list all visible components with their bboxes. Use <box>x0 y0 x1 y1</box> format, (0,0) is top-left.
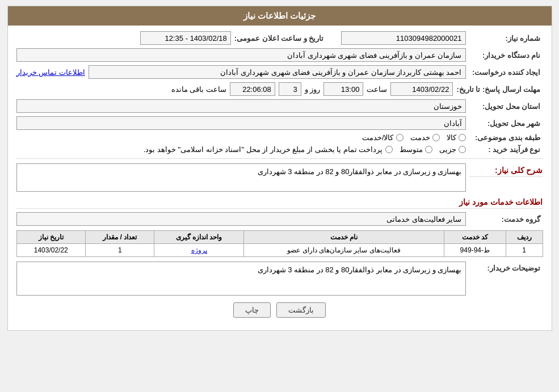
service-group-label: گروه خدمت: <box>469 215 543 224</box>
category-kala-label: کالا <box>447 133 456 142</box>
proc-jozi-label: جزیی <box>439 145 456 154</box>
deadline-day-label: روز و <box>305 85 321 94</box>
col-header-unit: واحد اندازه گیری <box>154 231 243 244</box>
proc-other-label: پرداخت تمام یا بخشی از مبلغ خریدار از مح… <box>144 145 383 154</box>
row-description: شرح کلی نیاز: بهسازی و زیرسازی در معابر … <box>16 163 543 192</box>
description-label: شرح کلی نیاز: <box>469 166 543 177</box>
need-number-input <box>341 31 466 45</box>
cell-row: 1 <box>506 244 543 257</box>
province-input <box>16 99 466 113</box>
col-header-row: ردیف <box>506 231 543 244</box>
bottom-buttons: بازگشت چاپ <box>16 302 543 318</box>
proc-radio-jozi: جزیی <box>439 145 466 154</box>
proc-type-label: نوع فرآیند خرید : <box>469 145 543 154</box>
row-province: استان محل تحویل: <box>16 99 543 113</box>
divider1 <box>16 158 543 159</box>
buyer-desc-text: بهسازی و زیرسازی در معابر ذوالفقار80 و 8… <box>258 265 462 274</box>
cell-date: 1403/02/22 <box>16 244 86 257</box>
services-table: ردیف کد خدمت نام خدمت واحد اندازه گیری ت… <box>16 230 543 257</box>
buyer-desc-box: بهسازی و زیرسازی در معابر ذوالفقار80 و 8… <box>16 262 466 296</box>
main-container: جزئیات اطلاعات نیاز شماره نیاز: تاریخ و … <box>7 6 552 331</box>
col-header-date: تاریخ نیاز <box>16 231 86 244</box>
services-section-title: اطلاعات خدمات مورد نیاز <box>16 197 543 209</box>
row-service-group: گروه خدمت: <box>16 212 543 226</box>
category-radio-kala-input[interactable] <box>459 134 466 141</box>
buyer-org-input <box>16 48 466 62</box>
table-row: 1 ط-94-949 فعالیت‌های سایر سازمان‌های دا… <box>16 244 543 257</box>
proc-radio-motevaset: متوسط <box>400 145 432 154</box>
service-group-input <box>16 212 466 226</box>
need-number-label: شماره نیاز: <box>469 34 543 43</box>
category-radio-kala-khedmat-input[interactable] <box>396 134 404 141</box>
description-text: بهسازی و زیرسازی در معابر ذوالفقار80 و 8… <box>258 167 462 176</box>
deadline-remaining: ساعت باقی مانده <box>171 85 226 94</box>
print-button[interactable]: چاپ <box>233 302 271 318</box>
col-header-name: نام خدمت <box>243 231 444 244</box>
announce-date-input <box>140 31 231 45</box>
creator-label: ایجاد کننده درخواست: <box>469 68 543 77</box>
category-radio-kala: کالا <box>447 133 466 142</box>
announce-date-label: تاریخ و ساعت اعلان عمومی: <box>234 34 326 43</box>
category-khedmat-label: خدمت <box>410 133 430 142</box>
category-radio-group: کالا خدمت کالا/خدمت <box>16 133 466 142</box>
row-buyer-org: نام دستگاه خریدار: <box>16 48 543 62</box>
row-creator: ایجاد کننده درخواست: اطلاعات تماس خریدار <box>16 65 543 79</box>
proc-radio-jozi-input[interactable] <box>459 146 466 153</box>
creator-input <box>89 65 466 79</box>
content-area: شماره نیاز: تاریخ و ساعت اعلان عمومی: نا… <box>8 26 552 330</box>
back-button[interactable]: بازگشت <box>276 302 326 318</box>
buyer-org-label: نام دستگاه خریدار: <box>469 51 543 60</box>
category-radio-khedmat: خدمت <box>410 133 440 142</box>
province-label: استان محل تحویل: <box>469 102 543 111</box>
deadline-time-input <box>323 82 363 96</box>
proc-motevaset-label: متوسط <box>400 145 423 154</box>
deadline-days-input <box>279 82 301 96</box>
cell-code: ط-94-949 <box>444 244 506 257</box>
city-label: شهر محل تحویل: <box>469 119 543 128</box>
table-header-row: ردیف کد خدمت نام خدمت واحد اندازه گیری ت… <box>16 231 543 244</box>
contact-link[interactable]: اطلاعات تماس خریدار <box>16 68 85 77</box>
cell-name: فعالیت‌های سایر سازمان‌های دارای عضو <box>243 244 444 257</box>
deadline-time2-input <box>230 82 275 96</box>
category-kala-khedmat-label: کالا/خدمت <box>362 133 394 142</box>
deadline-time-label: ساعت <box>367 85 387 94</box>
row-category: طبقه بندی موضوعی: کالا خدمت کالا/خدمت <box>16 133 543 142</box>
page-header: جزئیات اطلاعات نیاز <box>8 6 552 26</box>
proc-radio-motevaset-input[interactable] <box>425 146 432 153</box>
page-title: جزئیات اطلاعات نیاز <box>243 11 316 20</box>
row-city: شهر محل تحویل: <box>16 116 543 130</box>
category-label: طبقه بندی موضوعی: <box>469 133 543 142</box>
row-deadline: مهلت ارسال پاسخ: تا تاریخ: ساعت روز و سا… <box>16 82 543 96</box>
col-header-qty: تعداد / مقدار <box>86 231 154 244</box>
category-radio-khedmat-input[interactable] <box>432 134 440 141</box>
deadline-label: مهلت ارسال پاسخ: تا تاریخ: <box>456 85 543 94</box>
col-header-code: کد خدمت <box>444 231 506 244</box>
row-proc-type: نوع فرآیند خرید : جزیی متوسط پرداخت تمام… <box>16 145 543 154</box>
row-buyer-desc: توضیحات خریدار: بهسازی و زیرسازی در معاب… <box>16 262 543 296</box>
proc-type-radio-group: جزیی متوسط پرداخت تمام یا بخشی از مبلغ خ… <box>16 145 466 154</box>
buyer-desc-label: توضیحات خریدار: <box>469 264 543 272</box>
services-table-section: ردیف کد خدمت نام خدمت واحد اندازه گیری ت… <box>16 230 543 257</box>
row-need-number: شماره نیاز: تاریخ و ساعت اعلان عمومی: <box>16 31 543 45</box>
cell-qty: 1 <box>86 244 154 257</box>
cell-unit: پروژه <box>154 244 243 257</box>
proc-radio-other-input[interactable] <box>385 146 393 153</box>
category-radio-kala-khedmat: کالا/خدمت <box>362 133 404 142</box>
city-input <box>16 116 466 130</box>
proc-radio-other: پرداخت تمام یا بخشی از مبلغ خریدار از مح… <box>144 145 393 154</box>
description-box: بهسازی و زیرسازی در معابر ذوالفقار80 و 8… <box>16 163 466 192</box>
deadline-date-input <box>390 82 453 96</box>
